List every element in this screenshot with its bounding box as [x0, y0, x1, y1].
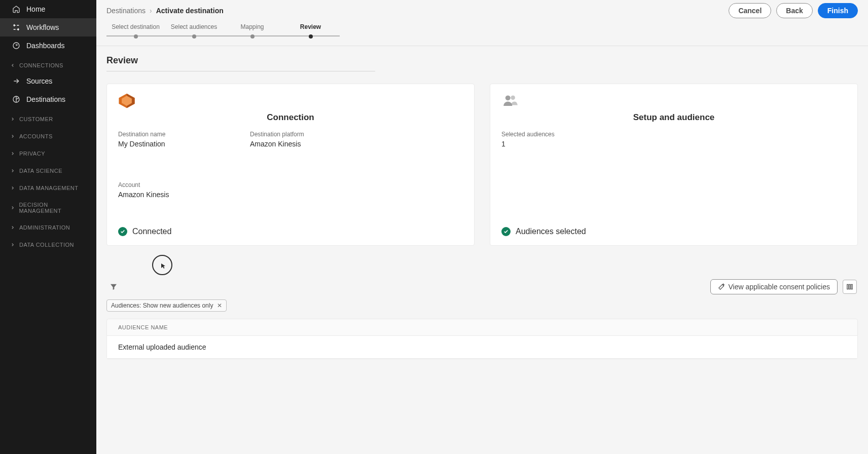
nav-group-customer[interactable]: CUSTOMER: [0, 108, 96, 126]
step-dot-icon: [134, 34, 138, 39]
nav-group-connections-label: CONNECTIONS: [19, 62, 63, 68]
content: Review Connection Destination name My De…: [96, 46, 868, 454]
step-label: Select destination: [106, 23, 165, 30]
nav-group-accounts-label: ACCOUNTS: [19, 133, 53, 139]
chevron-right-icon: [9, 204, 16, 211]
nav-sources-label: Sources: [26, 77, 52, 85]
people-icon: [501, 93, 846, 108]
nav-dashboards-label: Dashboards: [26, 42, 65, 50]
review-cards: Connection Destination name My Destinati…: [106, 84, 858, 246]
nav-group-decision[interactable]: DECISION MANAGEMENT: [0, 195, 96, 217]
cursor-indicator-icon: [152, 255, 172, 275]
nav-workflows-label: Workflows: [26, 23, 59, 31]
nav-home[interactable]: Home: [0, 0, 96, 18]
nav-group-customer-label: CUSTOMER: [19, 116, 53, 122]
step-label: Mapping: [223, 23, 281, 30]
chevron-right-icon: [9, 224, 16, 231]
svg-point-6: [511, 95, 515, 100]
field-account: Account Amazon Kinesis: [118, 181, 463, 217]
svg-point-5: [505, 95, 511, 100]
connection-card: Connection Destination name My Destinati…: [106, 84, 475, 246]
nav-destinations-label: Destinations: [26, 95, 65, 103]
magic-wand-icon: [718, 283, 725, 290]
column-audience-name: AUDIENCE NAME: [118, 324, 168, 330]
nav-sources[interactable]: Sources: [0, 72, 96, 90]
chevron-right-icon: [9, 133, 16, 140]
audience-status: Audiences selected: [516, 227, 586, 236]
field-label: Account: [118, 181, 463, 188]
step-select-destination[interactable]: Select destination: [106, 23, 165, 39]
audience-card-title: Setup and audience: [501, 112, 846, 123]
audience-card: Setup and audience Selected audiences 1 …: [490, 84, 858, 246]
action-buttons: Cancel Back Finish: [729, 3, 858, 18]
topbar: Destinations › Activate destination Canc…: [96, 0, 868, 18]
connection-card-title: Connection: [118, 112, 463, 123]
close-icon[interactable]: ✕: [217, 302, 222, 309]
page-title: Review: [106, 55, 858, 66]
chevron-down-icon: [9, 62, 16, 69]
table-toolbar: View applicable consent policies: [106, 279, 858, 294]
check-circle-icon: [501, 227, 511, 236]
nav-group-datascience[interactable]: DATA SCIENCE: [0, 160, 96, 177]
connection-status: Connected: [132, 227, 171, 236]
audience-table: AUDIENCE NAME External uploaded audience: [106, 319, 858, 359]
breadcrumb-current: Activate destination: [156, 7, 224, 15]
step-dot-icon: [309, 34, 313, 39]
finish-button[interactable]: Finish: [818, 3, 858, 18]
step-mapping[interactable]: Mapping: [223, 23, 281, 39]
chevron-right-icon: [9, 241, 16, 248]
filter-button[interactable]: [107, 281, 120, 293]
chevron-right-icon: [9, 184, 16, 192]
step-review[interactable]: Review: [281, 23, 340, 39]
nav-group-privacy-label: PRIVACY: [19, 150, 45, 157]
field-value: Amazon Kinesis: [118, 191, 463, 199]
field-value: My Destination: [118, 140, 220, 148]
nav-group-privacy[interactable]: PRIVACY: [0, 143, 96, 160]
svg-rect-7: [847, 284, 848, 289]
connection-logo-icon: [118, 93, 463, 108]
check-circle-icon: [118, 227, 127, 236]
main: Destinations › Activate destination Canc…: [96, 0, 868, 454]
field-value: 1: [501, 140, 603, 148]
step-label: Review: [281, 23, 340, 30]
dashboards-icon: [11, 41, 21, 51]
view-consent-policies-button[interactable]: View applicable consent policies: [710, 279, 838, 294]
step-dot-icon: [192, 34, 196, 39]
nav-home-label: Home: [26, 5, 45, 13]
destinations-icon: [11, 94, 21, 104]
back-button[interactable]: Back: [776, 3, 812, 18]
home-icon: [11, 4, 21, 14]
workflows-icon: [11, 22, 21, 32]
nav-group-datamgmt-label: DATA MANAGEMENT: [19, 185, 79, 191]
sources-icon: [11, 76, 21, 86]
field-label: Destination name: [118, 131, 220, 138]
nav-group-admin[interactable]: ADMINISTRATION: [0, 217, 96, 234]
nav-group-connections[interactable]: CONNECTIONS: [0, 55, 96, 72]
sidebar: Home Workflows Dashboards CONNECTIONS So…: [0, 0, 96, 454]
cancel-button[interactable]: Cancel: [729, 3, 771, 18]
filter-chip[interactable]: Audiences: Show new audiences only ✕: [106, 299, 227, 312]
nav-destinations[interactable]: Destinations: [0, 90, 96, 108]
nav-group-decision-label: DECISION MANAGEMENT: [19, 202, 89, 214]
step-dot-icon: [250, 34, 255, 39]
table-row[interactable]: External uploaded audience: [107, 336, 857, 359]
svg-rect-9: [851, 284, 852, 289]
field-value: Amazon Kinesis: [250, 140, 351, 148]
step-select-audiences[interactable]: Select audiences: [165, 23, 223, 39]
nav-dashboards[interactable]: Dashboards: [0, 36, 96, 55]
chevron-right-icon: [9, 167, 16, 174]
breadcrumb-root[interactable]: Destinations: [106, 7, 146, 15]
filter-chip-label: Audiences: Show new audiences only: [111, 302, 213, 309]
stepper: Select destination Select audiences Mapp…: [96, 18, 868, 39]
column-settings-button[interactable]: [843, 280, 857, 294]
field-label: Selected audiences: [501, 131, 603, 138]
nav-group-datacoll-label: DATA COLLECTION: [19, 242, 74, 248]
field-destination-name: Destination name My Destination: [118, 131, 220, 166]
nav-group-accounts[interactable]: ACCOUNTS: [0, 126, 96, 143]
nav-group-datacoll[interactable]: DATA COLLECTION: [0, 234, 96, 251]
step-label: Select audiences: [165, 23, 223, 30]
field-selected-audiences: Selected audiences 1: [501, 131, 603, 217]
nav-group-datascience-label: DATA SCIENCE: [19, 168, 62, 174]
nav-workflows[interactable]: Workflows: [0, 18, 96, 36]
nav-group-datamgmt[interactable]: DATA MANAGEMENT: [0, 177, 96, 195]
